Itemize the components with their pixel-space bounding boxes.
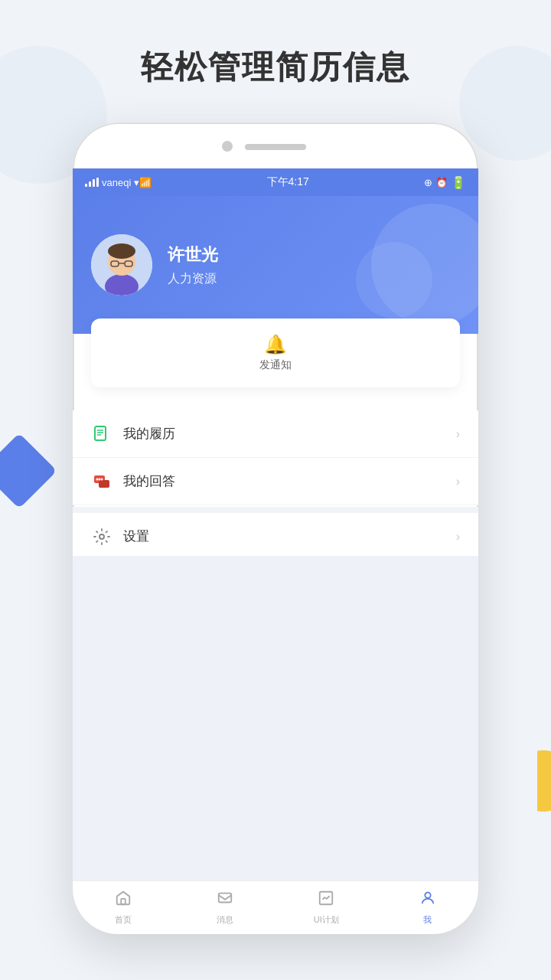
menu-section: 我的履历 › 我的回答 › <box>73 410 478 505</box>
svg-rect-12 <box>99 480 109 488</box>
svg-point-20 <box>425 893 430 898</box>
signal-bar-3 <box>93 179 95 187</box>
page-title: 轻松管理简历信息 <box>0 46 551 89</box>
nav-item-plan[interactable]: UI计划 <box>276 890 377 926</box>
status-right: ⊕ ⏰ 🔋 <box>424 175 466 190</box>
resume-arrow-icon: › <box>456 427 460 441</box>
phone-speaker <box>245 144 306 150</box>
menu-item-answers[interactable]: 我的回答 › <box>73 458 478 505</box>
nav-item-me[interactable]: 我 <box>377 890 479 926</box>
profile-header: 许世光 人力资源 <box>73 196 478 334</box>
status-time: 下午4:17 <box>267 175 309 189</box>
battery-icon: 🔋 <box>451 175 466 190</box>
menu-item-settings[interactable]: 设置 › <box>73 513 478 560</box>
resume-icon <box>91 423 112 445</box>
svg-point-3 <box>108 243 135 259</box>
answers-arrow-icon: › <box>456 475 460 488</box>
settings-section: 设置 › <box>73 507 478 560</box>
lock-icon: ⊕ <box>424 177 432 188</box>
bottom-nav: 首页 消息 UI计划 <box>73 880 478 934</box>
home-icon <box>115 890 132 911</box>
wifi-icon: ▾📶 <box>134 177 152 188</box>
profile-name: 许世光 <box>168 243 218 266</box>
menu-answers-label: 我的回答 <box>123 472 456 490</box>
profile-job-title: 人力资源 <box>168 271 218 287</box>
nav-item-messages[interactable]: 消息 <box>174 890 276 926</box>
notification-card[interactable]: 🔔 发通知 <box>91 318 460 387</box>
status-bar: vaneqi ▾📶 下午4:17 ⊕ ⏰ 🔋 <box>73 168 478 196</box>
signal-bar-4 <box>96 178 99 187</box>
settings-icon <box>91 526 112 547</box>
plan-icon <box>318 890 334 911</box>
svg-rect-17 <box>122 899 126 904</box>
status-left: vaneqi ▾📶 <box>85 177 152 188</box>
alarm-icon: ⏰ <box>435 177 448 188</box>
carrier-name: vaneqi <box>102 177 131 188</box>
svg-point-13 <box>96 478 99 480</box>
signal-bar-2 <box>89 181 91 187</box>
content-area <box>73 556 478 880</box>
menu-settings-label: 设置 <box>123 528 456 545</box>
nav-me-label: 我 <box>423 914 432 926</box>
menu-resume-label: 我的履历 <box>123 425 456 443</box>
left-diamond-decoration <box>0 433 57 509</box>
me-icon <box>419 890 436 911</box>
nav-messages-label: 消息 <box>217 914 233 926</box>
svg-rect-18 <box>219 893 232 903</box>
avatar-svg <box>91 234 152 296</box>
right-arc-decoration <box>513 750 551 812</box>
svg-point-14 <box>99 478 101 480</box>
notification-label: 发通知 <box>259 358 292 372</box>
settings-arrow-icon: › <box>456 530 460 544</box>
nav-plan-label: UI计划 <box>314 914 339 926</box>
menu-item-resume[interactable]: 我的履历 › <box>73 410 478 458</box>
avatar <box>91 234 152 296</box>
phone-camera <box>222 141 233 152</box>
svg-rect-7 <box>95 426 106 440</box>
svg-point-16 <box>99 534 104 539</box>
svg-point-15 <box>101 478 103 480</box>
nav-item-home[interactable]: 首页 <box>73 890 174 926</box>
phone-mockup: vaneqi ▾📶 下午4:17 ⊕ ⏰ 🔋 <box>73 122 478 934</box>
nav-home-label: 首页 <box>115 914 132 926</box>
profile-info: 许世光 人力资源 <box>168 243 218 287</box>
signal-bar-1 <box>85 184 87 187</box>
notification-bell-icon: 🔔 <box>264 334 287 355</box>
signal-bars <box>85 178 99 187</box>
messages-icon <box>217 890 233 911</box>
header-deco-circle-2 <box>356 242 432 318</box>
answers-icon <box>91 471 112 492</box>
